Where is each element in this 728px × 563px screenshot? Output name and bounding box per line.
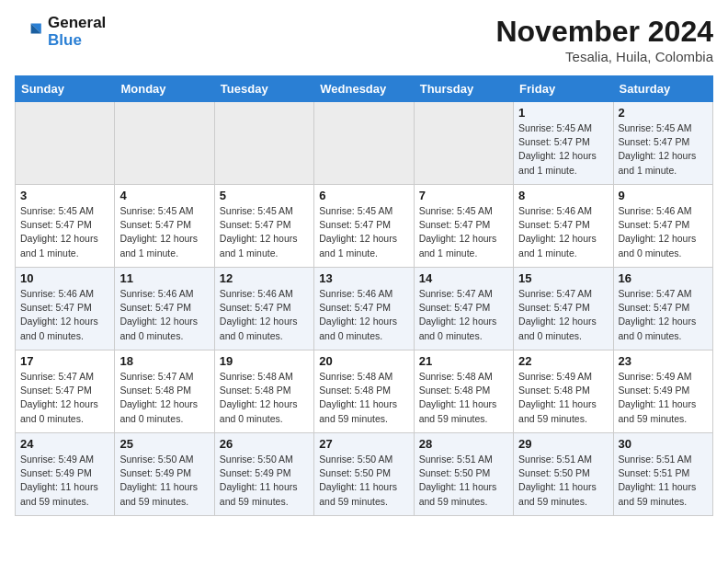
day-number: 28 bbox=[419, 437, 508, 451]
day-info: Sunrise: 5:51 AMSunset: 5:50 PMDaylight:… bbox=[419, 453, 508, 509]
day-info: Sunrise: 5:51 AMSunset: 5:51 PMDaylight:… bbox=[619, 453, 708, 509]
calendar-day-cell: 19Sunrise: 5:48 AMSunset: 5:48 PMDayligh… bbox=[214, 350, 313, 433]
calendar-day-cell: 28Sunrise: 5:51 AMSunset: 5:50 PMDayligh… bbox=[414, 433, 513, 516]
location-subtitle: Tesalia, Huila, Colombia bbox=[495, 49, 713, 64]
calendar-day-cell: 12Sunrise: 5:46 AMSunset: 5:47 PMDayligh… bbox=[214, 268, 313, 350]
title-block: November 2024 Tesalia, Huila, Colombia bbox=[495, 15, 713, 64]
calendar-day-cell: 26Sunrise: 5:50 AMSunset: 5:49 PMDayligh… bbox=[214, 433, 313, 516]
calendar-week-row: 17Sunrise: 5:47 AMSunset: 5:47 PMDayligh… bbox=[16, 350, 713, 433]
day-info: Sunrise: 5:45 AMSunset: 5:47 PMDaylight:… bbox=[518, 121, 608, 178]
day-number: 24 bbox=[20, 437, 109, 451]
day-info: Sunrise: 5:48 AMSunset: 5:48 PMDaylight:… bbox=[319, 370, 408, 426]
day-info: Sunrise: 5:49 AMSunset: 5:48 PMDaylight:… bbox=[518, 370, 608, 426]
calendar-day-cell bbox=[314, 102, 414, 185]
calendar-day-cell: 3Sunrise: 5:45 AMSunset: 5:47 PMDaylight… bbox=[16, 185, 115, 268]
day-number: 15 bbox=[518, 271, 608, 285]
day-info: Sunrise: 5:45 AMSunset: 5:47 PMDaylight:… bbox=[619, 121, 708, 178]
calendar-day-cell bbox=[16, 102, 115, 185]
day-number: 2 bbox=[619, 106, 708, 120]
day-number: 14 bbox=[419, 271, 508, 285]
day-number: 19 bbox=[220, 354, 309, 368]
day-info: Sunrise: 5:49 AMSunset: 5:49 PMDaylight:… bbox=[20, 453, 109, 509]
calendar-day-cell: 7Sunrise: 5:45 AMSunset: 5:47 PMDaylight… bbox=[414, 185, 513, 268]
calendar-day-cell: 27Sunrise: 5:50 AMSunset: 5:50 PMDayligh… bbox=[314, 433, 414, 516]
logo-icon bbox=[15, 17, 44, 47]
calendar-week-row: 1Sunrise: 5:45 AMSunset: 5:47 PMDaylight… bbox=[16, 102, 713, 185]
calendar-day-cell: 10Sunrise: 5:46 AMSunset: 5:47 PMDayligh… bbox=[16, 268, 115, 350]
day-number: 12 bbox=[220, 271, 309, 285]
day-info: Sunrise: 5:47 AMSunset: 5:47 PMDaylight:… bbox=[419, 287, 508, 343]
day-number: 5 bbox=[220, 189, 309, 202]
calendar-day-cell: 1Sunrise: 5:45 AMSunset: 5:47 PMDaylight… bbox=[514, 102, 613, 185]
day-number: 11 bbox=[119, 271, 209, 285]
calendar-day-cell: 15Sunrise: 5:47 AMSunset: 5:47 PMDayligh… bbox=[514, 268, 613, 350]
day-info: Sunrise: 5:46 AMSunset: 5:47 PMDaylight:… bbox=[220, 287, 309, 343]
day-number: 23 bbox=[619, 354, 708, 368]
calendar-day-cell: 13Sunrise: 5:46 AMSunset: 5:47 PMDayligh… bbox=[314, 268, 414, 350]
calendar-day-cell: 20Sunrise: 5:48 AMSunset: 5:48 PMDayligh… bbox=[314, 350, 414, 433]
calendar-day-cell: 24Sunrise: 5:49 AMSunset: 5:49 PMDayligh… bbox=[16, 433, 115, 516]
calendar-week-row: 24Sunrise: 5:49 AMSunset: 5:49 PMDayligh… bbox=[16, 433, 713, 516]
logo-line1: General bbox=[48, 15, 106, 32]
weekday-header: Wednesday bbox=[314, 76, 414, 102]
day-number: 25 bbox=[119, 437, 209, 451]
day-number: 29 bbox=[518, 437, 608, 451]
day-info: Sunrise: 5:47 AMSunset: 5:47 PMDaylight:… bbox=[518, 287, 608, 343]
calendar-day-cell: 23Sunrise: 5:49 AMSunset: 5:49 PMDayligh… bbox=[613, 350, 712, 433]
calendar-day-cell: 17Sunrise: 5:47 AMSunset: 5:47 PMDayligh… bbox=[16, 350, 115, 433]
day-info: Sunrise: 5:46 AMSunset: 5:47 PMDaylight:… bbox=[20, 287, 109, 343]
logo: General Blue bbox=[15, 15, 106, 49]
day-info: Sunrise: 5:46 AMSunset: 5:47 PMDaylight:… bbox=[518, 204, 608, 260]
day-info: Sunrise: 5:45 AMSunset: 5:47 PMDaylight:… bbox=[20, 204, 109, 260]
day-info: Sunrise: 5:50 AMSunset: 5:49 PMDaylight:… bbox=[119, 453, 209, 509]
day-info: Sunrise: 5:46 AMSunset: 5:47 PMDaylight:… bbox=[119, 287, 209, 343]
weekday-header: Thursday bbox=[414, 76, 513, 102]
day-number: 4 bbox=[119, 189, 209, 202]
calendar-day-cell: 18Sunrise: 5:47 AMSunset: 5:48 PMDayligh… bbox=[115, 350, 214, 433]
calendar-day-cell: 22Sunrise: 5:49 AMSunset: 5:48 PMDayligh… bbox=[514, 350, 613, 433]
day-number: 18 bbox=[119, 354, 209, 368]
weekday-header: Friday bbox=[514, 76, 613, 102]
calendar-day-cell: 21Sunrise: 5:48 AMSunset: 5:48 PMDayligh… bbox=[414, 350, 513, 433]
day-number: 6 bbox=[319, 189, 408, 202]
calendar-day-cell bbox=[214, 102, 313, 185]
day-info: Sunrise: 5:45 AMSunset: 5:47 PMDaylight:… bbox=[220, 204, 309, 260]
day-info: Sunrise: 5:50 AMSunset: 5:50 PMDaylight:… bbox=[319, 453, 408, 509]
day-info: Sunrise: 5:47 AMSunset: 5:47 PMDaylight:… bbox=[619, 287, 708, 343]
calendar-day-cell: 9Sunrise: 5:46 AMSunset: 5:47 PMDaylight… bbox=[613, 185, 712, 268]
day-number: 20 bbox=[319, 354, 408, 368]
calendar-week-row: 10Sunrise: 5:46 AMSunset: 5:47 PMDayligh… bbox=[16, 268, 713, 350]
day-info: Sunrise: 5:51 AMSunset: 5:50 PMDaylight:… bbox=[518, 453, 608, 509]
day-number: 22 bbox=[518, 354, 608, 368]
day-number: 3 bbox=[20, 189, 109, 202]
calendar-day-cell: 4Sunrise: 5:45 AMSunset: 5:47 PMDaylight… bbox=[115, 185, 214, 268]
month-title: November 2024 bbox=[495, 15, 713, 49]
day-number: 27 bbox=[319, 437, 408, 451]
day-number: 21 bbox=[419, 354, 508, 368]
calendar-day-cell: 30Sunrise: 5:51 AMSunset: 5:51 PMDayligh… bbox=[613, 433, 712, 516]
calendar-day-cell: 8Sunrise: 5:46 AMSunset: 5:47 PMDaylight… bbox=[514, 185, 613, 268]
day-info: Sunrise: 5:46 AMSunset: 5:47 PMDaylight:… bbox=[319, 287, 408, 343]
day-info: Sunrise: 5:45 AMSunset: 5:47 PMDaylight:… bbox=[119, 204, 209, 260]
calendar-day-cell: 16Sunrise: 5:47 AMSunset: 5:47 PMDayligh… bbox=[613, 268, 712, 350]
day-number: 7 bbox=[419, 189, 508, 202]
day-number: 30 bbox=[619, 437, 708, 451]
day-info: Sunrise: 5:45 AMSunset: 5:47 PMDaylight:… bbox=[419, 204, 508, 260]
day-info: Sunrise: 5:48 AMSunset: 5:48 PMDaylight:… bbox=[419, 370, 508, 426]
weekday-header: Saturday bbox=[613, 76, 712, 102]
day-info: Sunrise: 5:49 AMSunset: 5:49 PMDaylight:… bbox=[619, 370, 708, 426]
day-number: 17 bbox=[20, 354, 109, 368]
calendar-day-cell: 25Sunrise: 5:50 AMSunset: 5:49 PMDayligh… bbox=[115, 433, 214, 516]
calendar-day-cell: 11Sunrise: 5:46 AMSunset: 5:47 PMDayligh… bbox=[115, 268, 214, 350]
weekday-header: Monday bbox=[115, 76, 214, 102]
calendar-day-cell: 6Sunrise: 5:45 AMSunset: 5:47 PMDaylight… bbox=[314, 185, 414, 268]
calendar-day-cell: 2Sunrise: 5:45 AMSunset: 5:47 PMDaylight… bbox=[613, 102, 712, 185]
page-header: General Blue November 2024 Tesalia, Huil… bbox=[15, 15, 713, 64]
calendar-day-cell: 14Sunrise: 5:47 AMSunset: 5:47 PMDayligh… bbox=[414, 268, 513, 350]
day-number: 26 bbox=[220, 437, 309, 451]
day-info: Sunrise: 5:46 AMSunset: 5:47 PMDaylight:… bbox=[619, 204, 708, 260]
day-info: Sunrise: 5:47 AMSunset: 5:47 PMDaylight:… bbox=[20, 370, 109, 426]
day-number: 9 bbox=[619, 189, 708, 202]
day-number: 13 bbox=[319, 271, 408, 285]
day-number: 8 bbox=[518, 189, 608, 202]
